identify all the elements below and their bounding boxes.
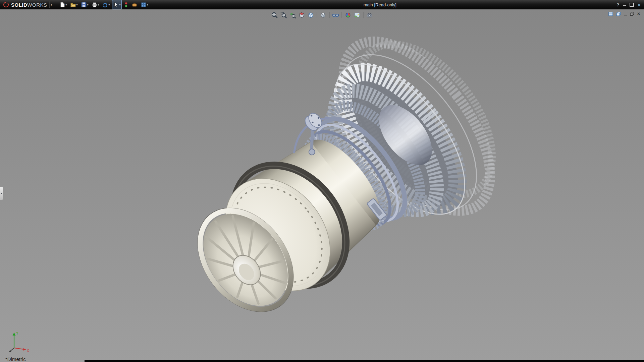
toolbar-separator [329,12,330,18]
display-style-button[interactable] [319,11,327,19]
previous-view-icon [289,12,296,18]
open-icon [70,2,76,8]
apply-scene-button[interactable] [353,11,361,19]
select-cursor-icon [113,2,119,8]
view-settings-button[interactable] [366,11,374,19]
titlebar-window-controls: ? × [616,0,641,9]
main-toolbar: ▾ ▾ ▾ ▾ [58,0,149,9]
y-axis-arrow-icon [13,333,16,336]
y-axis-label: Y [16,331,18,335]
print-button[interactable]: ▾ [91,0,100,9]
print-icon [92,2,98,8]
minimize-icon[interactable] [623,5,626,6]
table-grid-icon [141,2,147,8]
document-window-controls: × [608,11,640,16]
solidworks-logo: SOLIDWORKS [0,1,49,8]
close-icon[interactable]: × [638,2,641,7]
section-view-button[interactable] [298,11,306,19]
open-button[interactable]: ▾ [69,0,79,9]
brand-light: WORKS [27,2,47,8]
help-icon[interactable]: ? [616,2,619,7]
dropdown-caret-icon[interactable]: ▾ [98,3,99,6]
save-icon [81,2,87,8]
previous-view-button[interactable] [289,11,297,19]
appearance-ball-icon [345,12,352,18]
dropdown-caret-icon[interactable]: ▾ [76,3,78,6]
view-orientation-cube-icon [308,12,314,18]
undo-icon [102,2,108,8]
table-button[interactable]: ▾ [140,0,149,9]
zoom-to-fit-icon [271,12,278,18]
document-restore-icon[interactable] [630,12,634,16]
save-button[interactable]: ▾ [80,0,90,9]
toolbar-separator [317,12,317,18]
titlebar: SOLIDWORKS ▸ ▾ ▾ ▾ [0,0,644,9]
undo-button[interactable]: ▾ [101,0,111,9]
document-close-icon[interactable]: × [637,11,640,16]
edit-appearance-button[interactable] [344,11,352,19]
view-orientation-button[interactable] [307,11,315,19]
zoom-to-area-icon [280,12,287,18]
brand-text: SOLIDWORKS [11,2,47,8]
toolbox-icon [131,2,138,8]
zoom-to-fit-button[interactable] [271,11,279,19]
new-document-icon [59,2,65,8]
brand-bold: SOLID [11,2,27,8]
x-axis-label: X [27,349,29,353]
scene-icon [354,12,361,18]
dropdown-caret-icon[interactable]: ▾ [66,3,67,6]
window-cascade-icon[interactable] [616,12,621,16]
heads-up-view-toolbar [271,11,374,19]
dropdown-caret-icon[interactable]: ▾ [87,3,89,6]
hide-show-items-button[interactable] [332,11,340,19]
document-title: main [Read-only] [364,2,396,7]
window-tile-icon[interactable] [608,12,613,16]
maximize-icon[interactable] [630,3,634,7]
x-axis-arrow-icon [23,348,26,351]
document-minimize-icon[interactable] [624,15,627,15]
taskbar-sliver [85,360,644,362]
select-tool-button[interactable]: ▾ [112,0,122,9]
rebuild-button[interactable] [123,0,129,9]
jet-engine-model[interactable] [0,9,644,362]
reference-triad[interactable]: Y X [7,329,32,353]
camera-icon [366,12,373,18]
zoom-to-area-button[interactable] [280,11,288,19]
solidworks-logo-icon [3,1,9,8]
toolbar-separator [342,12,342,18]
feature-manager-splitter-handle[interactable]: ▸ [0,187,3,200]
toolbar-separator [363,12,364,18]
splitter-arrow-icon: ▸ [1,192,2,195]
dropdown-caret-icon[interactable]: ▾ [147,3,148,6]
section-view-icon [299,12,305,18]
menu-expand-arrow-icon[interactable]: ▸ [49,1,54,8]
rebuild-traffic-light-icon [124,2,128,8]
graphics-viewport[interactable]: × ▸ Y X *Dimetric [0,9,644,362]
view-orientation-label: *Dimetric [5,356,26,362]
dropdown-caret-icon[interactable]: ▾ [119,3,121,6]
glasses-icon [332,12,339,18]
display-style-cube-icon [320,12,327,18]
new-document-button[interactable]: ▾ [58,0,68,9]
toolbox-button[interactable] [130,0,139,9]
dropdown-caret-icon[interactable]: ▾ [109,3,110,6]
